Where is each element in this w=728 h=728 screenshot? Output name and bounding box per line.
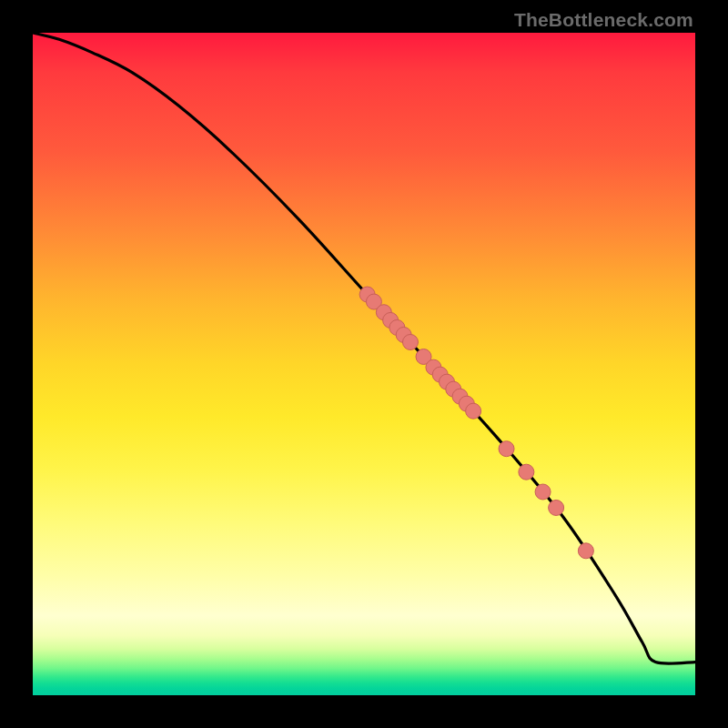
data-point bbox=[519, 464, 534, 480]
chart-svg bbox=[33, 33, 695, 695]
data-point bbox=[402, 334, 418, 349]
data-point bbox=[466, 403, 481, 419]
data-point bbox=[578, 543, 593, 559]
watermark-text: TheBottleneck.com bbox=[514, 9, 693, 31]
plot-area bbox=[33, 33, 695, 695]
data-point bbox=[549, 500, 564, 515]
main-curve bbox=[33, 33, 695, 663]
data-point bbox=[535, 484, 551, 500]
data-point bbox=[499, 441, 514, 457]
data-points-group bbox=[359, 287, 593, 559]
chart-stage: TheBottleneck.com bbox=[0, 0, 728, 728]
